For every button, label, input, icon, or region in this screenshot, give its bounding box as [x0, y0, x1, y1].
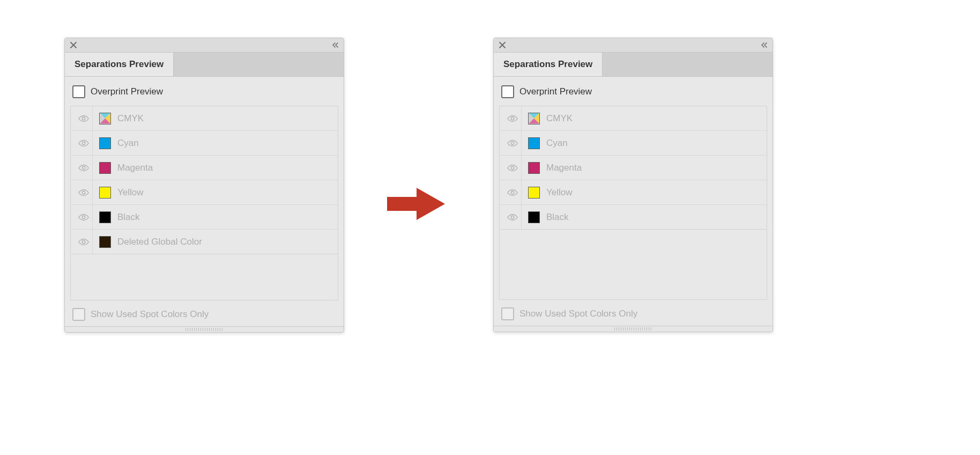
- swatch-magenta: [528, 162, 540, 174]
- separations-list: CMYKCyanMagentaYellowBlackDeleted Global…: [70, 106, 338, 254]
- visibility-toggle[interactable]: [75, 180, 93, 204]
- separations-list-empty-area: [70, 254, 338, 300]
- panel-titlebar: [65, 38, 344, 53]
- separations-panel-before: Separations Preview Overprint Preview CM…: [64, 38, 344, 333]
- separation-label: Black: [546, 212, 762, 223]
- svg-point-10: [511, 191, 514, 194]
- visibility-toggle[interactable]: [504, 106, 522, 130]
- collapse-icon[interactable]: [760, 41, 768, 49]
- separation-row-black[interactable]: Black: [71, 205, 338, 230]
- visibility-toggle[interactable]: [504, 156, 522, 180]
- overprint-preview-label: Overprint Preview: [519, 86, 592, 97]
- visibility-toggle[interactable]: [75, 205, 93, 229]
- swatch-cmyk: [528, 113, 540, 124]
- separation-row-cmyk[interactable]: CMYK: [71, 106, 338, 131]
- overprint-preview-row: Overprint Preview: [499, 84, 767, 106]
- panel-titlebar: [494, 38, 773, 53]
- overprint-preview-checkbox[interactable]: [501, 85, 514, 98]
- separations-list-empty-area: [499, 230, 767, 300]
- separation-label: Cyan: [546, 138, 762, 149]
- visibility-toggle[interactable]: [75, 156, 93, 180]
- swatch-cmyk: [99, 113, 111, 124]
- separation-row-deleted[interactable]: Deleted Global Color: [71, 230, 338, 254]
- separation-row-yellow[interactable]: Yellow: [71, 180, 338, 205]
- overprint-preview-label: Overprint Preview: [91, 86, 163, 97]
- swatch-black: [528, 211, 540, 223]
- svg-point-2: [82, 166, 85, 170]
- separation-label: CMYK: [546, 113, 762, 124]
- separation-label: Black: [117, 212, 333, 223]
- separation-row-cyan[interactable]: Cyan: [500, 131, 767, 156]
- visibility-toggle[interactable]: [504, 180, 522, 204]
- visibility-toggle[interactable]: [504, 205, 522, 229]
- separation-label: Magenta: [546, 163, 762, 173]
- separation-label: Deleted Global Color: [117, 237, 333, 247]
- separation-row-yellow[interactable]: Yellow: [500, 180, 767, 205]
- separation-row-cmyk[interactable]: CMYK: [500, 106, 767, 131]
- tab-label: Separations Preview: [503, 59, 592, 70]
- overprint-preview-row: Overprint Preview: [70, 84, 338, 106]
- separation-label: CMYK: [117, 113, 333, 124]
- visibility-toggle[interactable]: [504, 131, 522, 155]
- show-used-spot-label: Show Used Spot Colors Only: [91, 309, 209, 320]
- svg-marker-6: [387, 188, 445, 220]
- svg-point-8: [511, 142, 514, 145]
- tab-separations-preview[interactable]: Separations Preview: [65, 53, 174, 76]
- svg-point-3: [82, 191, 85, 194]
- separation-label: Yellow: [546, 187, 762, 198]
- svg-point-7: [511, 117, 514, 120]
- tab-label: Separations Preview: [75, 59, 164, 70]
- tab-strip: Separations Preview: [494, 53, 773, 77]
- close-icon[interactable]: [69, 41, 78, 49]
- swatch-yellow: [528, 187, 540, 199]
- swatch-yellow: [99, 187, 111, 199]
- svg-point-0: [82, 117, 85, 120]
- overprint-preview-checkbox[interactable]: [72, 85, 85, 98]
- svg-point-1: [82, 142, 85, 145]
- visibility-toggle[interactable]: [75, 106, 93, 130]
- show-used-spot-checkbox: [501, 307, 514, 320]
- swatch-cyan: [99, 137, 111, 149]
- swatch-deleted: [99, 236, 111, 248]
- separation-label: Magenta: [117, 163, 333, 173]
- panel-footer: Show Used Spot Colors Only: [65, 300, 344, 326]
- visibility-toggle[interactable]: [75, 230, 93, 254]
- show-used-spot-checkbox: [72, 308, 85, 321]
- separations-list: CMYKCyanMagentaYellowBlack: [499, 106, 767, 230]
- svg-point-5: [82, 240, 85, 244]
- arrow-right-icon: [387, 185, 446, 223]
- swatch-cyan: [528, 137, 540, 149]
- swatch-black: [99, 211, 111, 223]
- separation-row-magenta[interactable]: Magenta: [71, 156, 338, 180]
- close-icon[interactable]: [498, 41, 507, 49]
- tab-separations-preview[interactable]: Separations Preview: [494, 53, 603, 76]
- resize-grip[interactable]: [494, 326, 773, 332]
- separation-label: Yellow: [117, 187, 333, 198]
- separation-label: Cyan: [117, 138, 333, 149]
- collapse-icon[interactable]: [331, 41, 339, 49]
- svg-point-11: [511, 216, 514, 219]
- separation-row-cyan[interactable]: Cyan: [71, 131, 338, 156]
- swatch-magenta: [99, 162, 111, 174]
- separations-panel-after: Separations Preview Overprint Preview CM…: [493, 38, 773, 332]
- svg-point-4: [82, 216, 85, 219]
- separation-row-magenta[interactable]: Magenta: [500, 156, 767, 180]
- panel-footer: Show Used Spot Colors Only: [494, 300, 773, 326]
- tab-strip: Separations Preview: [65, 53, 344, 77]
- separation-row-black[interactable]: Black: [500, 205, 767, 229]
- visibility-toggle[interactable]: [75, 131, 93, 155]
- show-used-spot-label: Show Used Spot Colors Only: [519, 309, 637, 319]
- svg-point-9: [511, 166, 514, 170]
- resize-grip[interactable]: [65, 326, 344, 332]
